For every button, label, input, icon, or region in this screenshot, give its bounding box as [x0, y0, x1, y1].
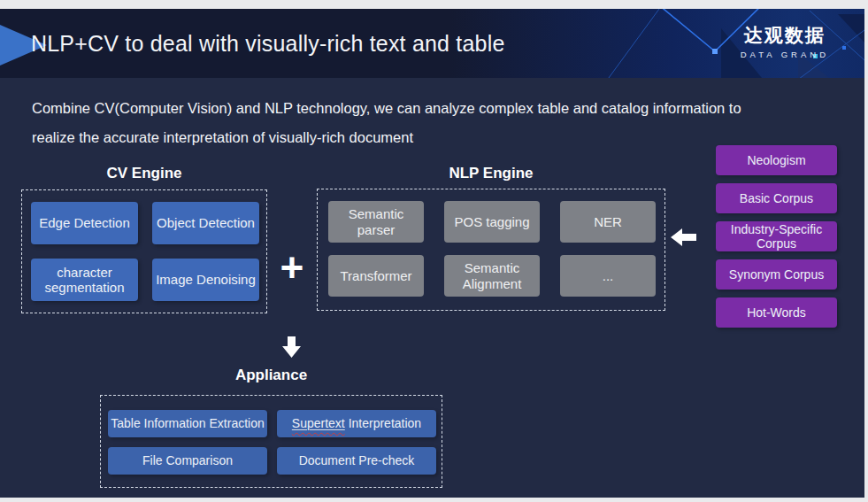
supertext-word: Supertext — [292, 416, 345, 430]
box-image-denoising: Image Denoising — [152, 259, 259, 301]
box-industry-specific-corpus: Industry-Specific Corpus — [716, 221, 837, 251]
box-supertext-interpretation: Supertext Interpretation — [277, 410, 436, 437]
nlp-engine-panel: Semantic parser POS tagging NER Transfor… — [317, 189, 665, 311]
description-line-1: Combine CV(Computer Vision) and NLP tech… — [32, 94, 837, 123]
cv-engine-title: CV Engine — [21, 165, 267, 182]
box-table-information-extraction: Table Information Extraction — [108, 410, 267, 437]
slide-header: NLP+CV to deal with visually-rich text a… — [0, 9, 864, 78]
box-document-pre-check: Document Pre-check — [277, 447, 436, 475]
box-basic-corpus: Basic Corpus — [716, 183, 837, 213]
slide: NLP+CV to deal with visually-rich text a… — [0, 9, 864, 498]
supertext-rest: Interpretation — [345, 416, 421, 430]
corpus-stack: Neologism Basic Corpus Industry-Specific… — [716, 145, 837, 328]
box-neologism: Neologism — [716, 145, 837, 175]
description-paragraph: Combine CV(Computer Vision) and NLP tech… — [32, 94, 837, 152]
logo-cn-text: 达观数据 — [741, 24, 829, 47]
appliance-title: Appliance — [100, 367, 442, 384]
box-synonym-corpus: Synonym Corpus — [716, 259, 837, 290]
box-pos-tagging: POS tagging — [444, 201, 540, 243]
box-ellipsis: ... — [560, 255, 656, 297]
box-object-detection: Object Detection — [152, 202, 259, 244]
supertext-label: Supertext Interpretation — [292, 417, 421, 430]
arrow-down-icon — [282, 336, 301, 358]
box-semantic-alignment: Semantic Alignment — [444, 255, 540, 297]
arrow-left-icon — [671, 228, 696, 246]
box-hot-words: Hot-Words — [716, 297, 837, 328]
box-semantic-parser: Semantic parser — [328, 201, 424, 243]
cv-engine-panel: Edge Detection Object Detection characte… — [21, 189, 267, 313]
box-character-segmentation: character segmentation — [31, 259, 138, 301]
page-canvas: NLP+CV to deal with visually-rich text a… — [0, 0, 868, 502]
appliance-panel: Table Information Extraction Supertext I… — [100, 395, 442, 488]
nlp-engine-title: NLP Engine — [317, 165, 665, 182]
box-file-comparison: File Comparison — [108, 447, 267, 475]
box-transformer: Transformer — [328, 255, 424, 297]
plus-icon: + — [269, 243, 315, 292]
logo-en-text: DATA GRAND — [741, 50, 829, 59]
box-ner: NER — [560, 201, 656, 243]
slide-title: NLP+CV to deal with visually-rich text a… — [31, 9, 505, 78]
box-edge-detection: Edge Detection — [31, 202, 138, 244]
brand-logo: 达观数据 DATA GRAND — [741, 24, 829, 59]
